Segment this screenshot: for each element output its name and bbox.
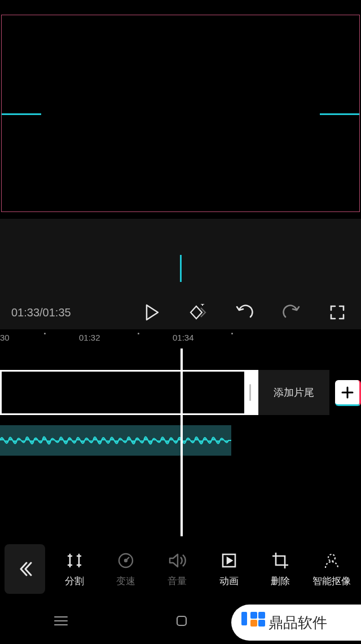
watermark-logo-icon	[241, 612, 263, 633]
watermark: 鼎品软件	[231, 605, 361, 641]
ruler-dot	[231, 333, 233, 334]
waveform-icon	[0, 425, 231, 456]
add-tail-label: 添加片尾	[274, 386, 314, 399]
tool-label: 动画	[219, 575, 239, 588]
ruler-dot	[44, 333, 46, 334]
guide-left	[2, 113, 41, 115]
crop-icon	[271, 551, 289, 570]
timeline[interactable]: 添加片尾	[0, 349, 361, 540]
playback-controls: 01:33/01:35	[0, 298, 361, 327]
collapse-toolbar-button[interactable]	[5, 544, 45, 594]
speed-icon	[117, 551, 135, 570]
clip-thumbnail	[2, 372, 244, 413]
add-tail-block[interactable]: 添加片尾	[258, 370, 329, 415]
volume-button[interactable]: 音量	[153, 551, 201, 588]
time-display: 01:33/01:35	[11, 306, 118, 319]
video-preview[interactable]	[1, 15, 360, 212]
delete-button[interactable]: 删除	[256, 551, 305, 588]
edit-toolbar: 分割 变速 音量 动画 删除	[0, 540, 361, 598]
tool-label: 变速	[116, 575, 135, 588]
play-button[interactable]	[140, 300, 165, 325]
ruler-mark: 30	[0, 333, 10, 342]
tool-label: 分割	[65, 575, 84, 588]
tool-label: 删除	[271, 575, 290, 588]
svg-point-6	[328, 554, 335, 561]
add-clip-button[interactable]	[335, 380, 361, 406]
playhead[interactable]	[180, 349, 183, 536]
ruler-mark: 01:32	[79, 333, 100, 342]
svg-rect-10	[177, 616, 186, 625]
cutout-button[interactable]: 智能抠像	[307, 551, 356, 588]
split-button[interactable]: 分割	[50, 551, 99, 588]
timeline-ruler[interactable]: 30 01:32 01:34	[0, 332, 361, 345]
undo-button[interactable]	[232, 300, 257, 325]
guide-right	[320, 113, 359, 115]
audio-track[interactable]	[0, 425, 231, 456]
split-icon	[65, 551, 83, 570]
home-button[interactable]	[175, 614, 188, 630]
speed-button[interactable]: 变速	[102, 551, 150, 588]
tool-label: 智能抠像	[312, 575, 351, 588]
keyframe-button[interactable]	[186, 300, 211, 325]
volume-icon	[168, 551, 187, 570]
person-cutout-icon	[323, 551, 341, 570]
video-clip[interactable]	[0, 370, 258, 415]
svg-point-4	[125, 559, 127, 562]
watermark-text: 鼎品软件	[268, 613, 327, 633]
animation-button[interactable]: 动画	[205, 551, 253, 588]
animation-icon	[221, 551, 237, 570]
ruler-dot	[138, 333, 139, 334]
clip-trim-handle[interactable]	[244, 372, 257, 413]
redo-button[interactable]	[279, 300, 303, 325]
playhead-indicator	[180, 255, 182, 282]
fullscreen-button[interactable]	[325, 300, 350, 325]
tool-label: 音量	[168, 575, 187, 588]
recent-apps-button[interactable]	[54, 615, 68, 629]
ruler-mark: 01:34	[173, 333, 194, 342]
